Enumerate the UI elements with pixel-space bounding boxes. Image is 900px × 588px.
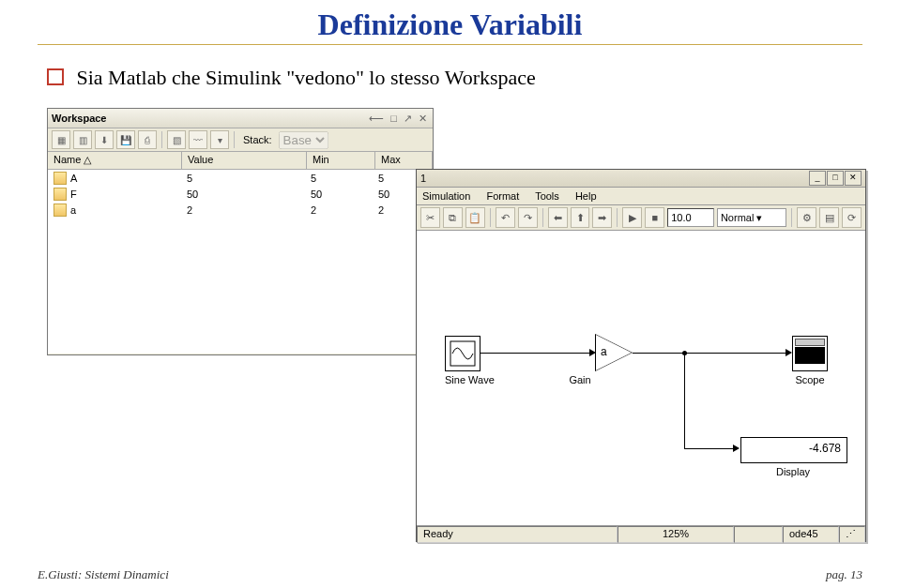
table-row[interactable]: F 50 50 50 [48, 186, 433, 202]
open-var-icon[interactable]: ▥ [73, 130, 92, 149]
sine-wave-block[interactable]: Sine Wave [445, 336, 495, 385]
target-icon[interactable]: ▤ [819, 207, 839, 228]
menu-format[interactable]: Format [486, 190, 519, 202]
sine-wave-label: Sine Wave [445, 374, 495, 385]
col-name[interactable]: Name △ [48, 152, 182, 169]
divider [38, 44, 862, 45]
var-value: 2 [181, 204, 305, 216]
workspace-titlebar: Workspace ⟵ □ ↗ ✕ [48, 109, 433, 128]
var-name: F [70, 188, 77, 200]
workspace-header: Name △ Value Min Max [48, 152, 433, 170]
variable-icon [53, 172, 67, 185]
page-title: Definizione Variabili [0, 0, 900, 42]
workspace-body: A 5 5 5 F 50 50 50 a 2 2 2 [48, 170, 433, 354]
display-value: -4.678 [740, 437, 847, 463]
build-icon[interactable]: ⚙ [797, 207, 816, 228]
separator [490, 208, 491, 227]
display-block[interactable]: -4.678 Display [740, 437, 847, 477]
table-row[interactable]: A 5 5 5 [48, 170, 433, 186]
bullet-line: Sia Matlab che Simulink "vedono" lo stes… [47, 66, 900, 90]
stack-select[interactable]: Base [279, 131, 328, 149]
cut-icon[interactable]: ✂ [420, 207, 440, 228]
col-max[interactable]: Max [375, 152, 433, 169]
workspace-panel: Workspace ⟵ □ ↗ ✕ ▦ ▥ ⬇ 💾 ⎙ ▧ 〰 ▾ Stack:… [47, 108, 434, 355]
gain-label: Gain [561, 374, 599, 385]
var-min: 5 [305, 173, 373, 184]
redo-icon[interactable]: ↷ [518, 207, 538, 228]
workspace-sys-buttons[interactable]: ⟵ □ ↗ ✕ [369, 109, 429, 128]
close-icon[interactable]: ✕ [845, 171, 862, 186]
col-value[interactable]: Value [182, 152, 307, 169]
stop-icon[interactable]: ■ [645, 207, 664, 228]
arrow-icon [589, 349, 596, 356]
simulink-menubar: Simulation Format Tools Help [417, 188, 865, 205]
simulink-toolbar: ✂ ⧉ 📋 ↶ ↷ ⬅ ⬆ ➡ ▶ ■ 10.0 Normal ▾ ⚙ ▤ ⟳ [417, 205, 865, 231]
import-icon[interactable]: ⬇ [95, 130, 114, 149]
signal-wire [684, 448, 736, 449]
footer: E.Giusti: Sistemi Dinamici pag. 13 [38, 567, 862, 582]
signal-wire [633, 353, 788, 354]
nav-back-icon[interactable]: ⬅ [548, 207, 568, 228]
plot-icon[interactable]: 〰 [189, 130, 207, 149]
status-blank [734, 526, 783, 543]
separator [161, 131, 162, 148]
signal-wire [481, 353, 593, 354]
footer-right: pag. 13 [826, 567, 862, 582]
delete-icon[interactable]: ▧ [167, 130, 186, 149]
maximize-icon[interactable]: □ [827, 171, 844, 186]
workspace-title: Workspace [52, 113, 107, 124]
resize-grip-icon[interactable]: ⋰ [839, 526, 865, 543]
variable-icon [53, 188, 67, 201]
stack-label: Stack: [243, 134, 272, 145]
var-value: 5 [181, 173, 305, 184]
gain-param: a [601, 345, 607, 358]
signal-wire [684, 353, 685, 449]
simulink-canvas[interactable]: Sine Wave a Gain Scope -4.678 Display [417, 231, 865, 526]
play-icon[interactable]: ▶ [622, 207, 642, 228]
footer-left: E.Giusti: Sistemi Dinamici [38, 567, 169, 582]
nav-up-icon[interactable]: ⬆ [571, 207, 590, 228]
refresh-icon[interactable]: ⟳ [842, 207, 862, 228]
scope-block[interactable]: Scope [792, 336, 828, 385]
copy-icon[interactable]: ⧉ [443, 207, 463, 228]
new-var-icon[interactable]: ▦ [52, 130, 70, 149]
undo-icon[interactable]: ↶ [496, 207, 515, 228]
print-icon[interactable]: ⎙ [138, 130, 157, 149]
workspace-toolbar: ▦ ▥ ⬇ 💾 ⎙ ▧ 〰 ▾ Stack: Base [48, 128, 433, 152]
status-ready: Ready [417, 526, 618, 543]
separator [791, 208, 792, 227]
arrow-icon [733, 445, 740, 452]
menu-simulation[interactable]: Simulation [422, 190, 470, 202]
col-min[interactable]: Min [307, 152, 375, 169]
mode-select[interactable]: Normal ▾ [717, 208, 786, 227]
menu-help[interactable]: Help [575, 190, 597, 202]
var-min: 2 [305, 204, 373, 216]
window-controls: _ □ ✕ [808, 171, 862, 186]
bullet-text: Sia Matlab che Simulink "vedono" lo stes… [77, 66, 536, 89]
save-icon[interactable]: 💾 [116, 130, 135, 149]
sine-icon [449, 339, 477, 368]
var-min: 50 [305, 188, 373, 200]
bullet-icon [47, 68, 64, 85]
simulink-titlebar: 1 _ □ ✕ [417, 170, 865, 188]
paste-icon[interactable]: 📋 [465, 207, 485, 228]
separator [617, 208, 618, 227]
arrow-icon [786, 349, 792, 356]
menu-tools[interactable]: Tools [535, 190, 559, 202]
gain-block[interactable]: a Gain [595, 334, 633, 385]
stop-time-field[interactable]: 10.0 [667, 208, 714, 227]
separator [542, 208, 543, 227]
variable-icon [53, 204, 67, 217]
status-bar: Ready 125% ode45 ⋰ [417, 526, 865, 543]
minimize-icon[interactable]: _ [809, 171, 826, 186]
scope-label: Scope [792, 374, 828, 385]
var-name: A [70, 173, 77, 184]
status-zoom: 125% [618, 526, 734, 543]
simulink-window: 1 _ □ ✕ Simulation Format Tools Help ✂ ⧉… [416, 169, 866, 542]
separator [234, 131, 235, 148]
plot-dropdown-icon[interactable]: ▾ [210, 130, 229, 149]
nav-fwd-icon[interactable]: ➡ [592, 207, 612, 228]
table-row[interactable]: a 2 2 2 [48, 202, 433, 218]
display-label: Display [740, 466, 846, 477]
var-value: 50 [181, 188, 305, 200]
